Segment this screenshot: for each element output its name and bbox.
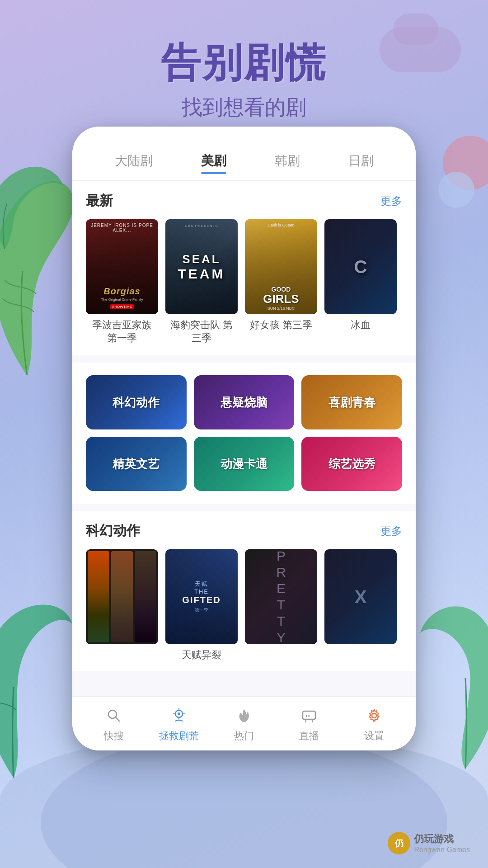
latest-more[interactable]: 更多: [380, 194, 402, 208]
dark-letter: C: [354, 257, 367, 277]
scifi-show-strip[interactable]: [86, 549, 158, 662]
header-subtitle: 找到想看的剧: [0, 94, 488, 122]
show-item-goodgirls[interactable]: Cash is Queen GOOD GIRLS SUN 2/16 NBC 好女…: [245, 219, 317, 344]
latest-section-header: 最新 更多: [86, 192, 402, 210]
sealteam-show-title: 海豹突击队 第三季: [165, 319, 238, 344]
watermark: 仍 仍玩游戏 Rengwan Games: [388, 832, 470, 854]
genre-section: 科幻动作 悬疑烧脑 喜剧青春 精英文艺: [72, 363, 416, 504]
goodgirls-nbc: SUN 2/16 NBC: [263, 306, 299, 311]
borgias-title-text: Borgias: [101, 286, 143, 297]
scifi-show-gifted[interactable]: 天赋 THE GIFTED 第一季 天赋异裂: [165, 549, 238, 662]
scifi-more[interactable]: 更多: [380, 524, 402, 538]
nav-item-settings[interactable]: 设置: [352, 705, 397, 743]
show-item-sealteam[interactable]: CBS PRESENTS SEAL TEAM 海豹突击队 第三季: [165, 219, 238, 344]
search-icon: [103, 705, 125, 726]
genre-anime-label: 动漫卡通: [221, 456, 267, 472]
latest-title: 最新: [86, 192, 113, 210]
phone-mockup: 大陆剧 美剧 韩剧 日剧 最新 更多: [72, 127, 416, 750]
genre-comedy[interactable]: 喜剧青春: [301, 375, 402, 429]
scifi-title: 科幻动作: [86, 522, 140, 540]
tab-korean[interactable]: 韩剧: [275, 152, 300, 173]
genre-anime[interactable]: 动漫卡通: [194, 437, 295, 491]
svg-point-8: [372, 713, 376, 718]
watermark-text: 仍玩游戏 Rengwan Games: [414, 832, 470, 854]
genre-grid: 科幻动作 悬疑烧脑 喜剧青春 精英文艺: [86, 373, 402, 493]
nav-item-rescue[interactable]: 拯救剧荒: [156, 705, 202, 743]
rescue-icon: [168, 705, 190, 726]
genre-elite-label: 精英文艺: [113, 456, 160, 472]
borgias-show-title: 季波吉亚家族 第一季: [86, 319, 158, 344]
header-area: 告别剧慌 找到想看的剧: [0, 36, 488, 122]
scifi-show-dark2[interactable]: X: [324, 549, 397, 662]
tab-japanese[interactable]: 日剧: [348, 152, 374, 173]
scifi-section: 科幻动作 更多: [72, 511, 416, 671]
svg-point-3: [178, 712, 180, 715]
phone-inner: 大陆剧 美剧 韩剧 日剧 最新 更多: [72, 127, 416, 750]
genre-scifi-label: 科幻动作: [113, 395, 160, 410]
scifi-show-woman[interactable]: PRETTY: [245, 549, 317, 662]
svg-line-1: [116, 717, 119, 721]
watermark-logo: 仍: [388, 832, 410, 854]
show-item-borgias[interactable]: JEREMY IRONS IS POPE ALEX... Borgias The…: [86, 219, 158, 344]
genre-variety[interactable]: 综艺选秀: [301, 437, 402, 491]
svg-text:TV: TV: [305, 714, 310, 718]
status-bar: [72, 127, 416, 145]
bg-blob-blue: [438, 172, 474, 208]
nav-settings-label: 设置: [364, 729, 384, 743]
tabs-bar: 大陆剧 美剧 韩剧 日剧: [72, 145, 416, 181]
scifi-poster-strip[interactable]: [86, 549, 158, 644]
latest-section: 最新 更多 JEREMY IRONS IS POPE ALEX... Borgi…: [72, 181, 416, 355]
sealteam-line1: SEAL: [178, 252, 225, 266]
goodgirls-girls: GIRLS: [263, 293, 299, 305]
nav-item-live[interactable]: TV 直播: [286, 705, 332, 743]
genre-elite[interactable]: 精英文艺: [86, 437, 187, 491]
borgias-subtitle-text: The Original Crime Family: [101, 297, 143, 302]
dark-show-title: 冰血: [324, 319, 397, 332]
nav-live-label: 直播: [299, 729, 319, 743]
goodgirls-show-title: 好女孩 第三季: [245, 319, 317, 332]
show-item-dark[interactable]: C 冰血: [324, 219, 397, 344]
tab-mainland[interactable]: 大陆剧: [115, 152, 153, 173]
scifi-poster-woman[interactable]: PRETTY: [245, 549, 317, 644]
fire-icon: [233, 705, 255, 726]
bottom-nav: 快搜 拯救剧荒: [72, 696, 416, 750]
nav-item-hot[interactable]: 热门: [221, 705, 267, 743]
tv-icon: TV: [298, 705, 320, 726]
gifted-name: GIFTED: [182, 595, 221, 605]
show-poster-dark[interactable]: C: [324, 219, 397, 314]
nav-rescue-label: 拯救剧荒: [159, 729, 199, 743]
tab-us[interactable]: 美剧: [201, 152, 226, 173]
nav-item-search[interactable]: 快搜: [91, 705, 136, 743]
show-poster-goodgirls[interactable]: Cash is Queen GOOD GIRLS SUN 2/16 NBC: [245, 219, 317, 314]
nav-hot-label: 热门: [234, 729, 254, 743]
genre-mystery[interactable]: 悬疑烧脑: [194, 375, 295, 429]
sealteam-line2: TEAM: [178, 266, 225, 282]
genre-scifi[interactable]: 科幻动作: [86, 375, 187, 429]
genre-comedy-label: 喜剧青春: [328, 395, 375, 410]
genre-variety-label: 综艺选秀: [328, 456, 375, 472]
latest-shows-scroll[interactable]: JEREMY IRONS IS POPE ALEX... Borgias The…: [86, 219, 402, 344]
gifted-show-title: 天赋异裂: [165, 649, 238, 662]
scifi-section-header: 科幻动作 更多: [86, 522, 402, 540]
scifi-poster-dark2[interactable]: X: [324, 549, 397, 644]
show-poster-sealteam[interactable]: CBS PRESENTS SEAL TEAM: [165, 219, 238, 314]
scifi-shows-scroll[interactable]: 天赋 THE GIFTED 第一季 天赋异裂: [86, 549, 402, 662]
content-scroll[interactable]: 最新 更多 JEREMY IRONS IS POPE ALEX... Borgi…: [72, 181, 416, 696]
borgias-network: SHOWTIME: [110, 304, 134, 309]
nav-search-label: 快搜: [104, 729, 124, 743]
scifi-poster-gifted[interactable]: 天赋 THE GIFTED 第一季: [165, 549, 238, 644]
genre-mystery-label: 悬疑烧脑: [221, 395, 267, 410]
header-title: 告别剧慌: [0, 36, 488, 90]
gear-icon: [363, 705, 385, 726]
gifted-the: 天赋: [182, 580, 221, 588]
show-poster-borgias[interactable]: JEREMY IRONS IS POPE ALEX... Borgias The…: [86, 219, 158, 314]
